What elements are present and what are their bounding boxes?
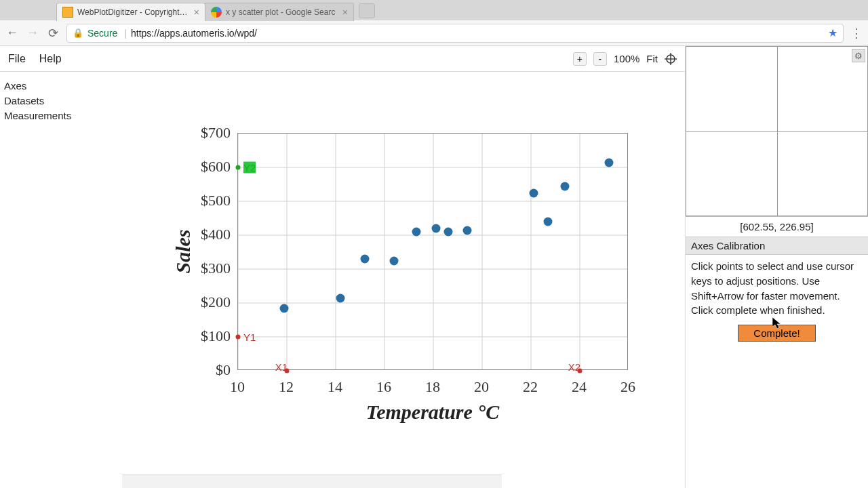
y-tick-label: $600 bbox=[129, 158, 231, 176]
x-tick-label: 26 bbox=[620, 378, 635, 396]
secure-label: Secure bbox=[87, 28, 117, 39]
calibration-label-y1: Y1 bbox=[243, 331, 256, 343]
zoom-percent: 100% bbox=[614, 53, 639, 64]
data-point bbox=[412, 228, 420, 237]
data-point bbox=[336, 293, 345, 302]
x-tick-label: 24 bbox=[572, 378, 587, 396]
y-tick-label: $100 bbox=[129, 327, 231, 345]
new-tab-button[interactable] bbox=[359, 3, 375, 18]
forward-button: → bbox=[26, 26, 39, 40]
y-tick-label: $0 bbox=[129, 361, 231, 379]
panel-instructions: Click points to select and use cursor ke… bbox=[686, 255, 868, 322]
address-bar[interactable]: 🔒 Secure | https://apps.automeris.io/wpd… bbox=[66, 24, 844, 43]
favicon-icon bbox=[211, 7, 222, 18]
calibration-label-x1: X1 bbox=[275, 361, 288, 373]
x-tick-label: 22 bbox=[523, 378, 538, 396]
data-point bbox=[443, 228, 452, 237]
data-point bbox=[280, 304, 289, 312]
data-point bbox=[561, 182, 570, 190]
menu-file[interactable]: File bbox=[8, 53, 26, 65]
y-tick-label: $700 bbox=[129, 124, 231, 142]
tab-label: WebPlotDigitizer - Copyright 2… bbox=[77, 7, 190, 17]
calibration-point-y1[interactable] bbox=[236, 335, 241, 340]
bookmark-star-icon[interactable]: ★ bbox=[828, 26, 837, 39]
x-tick-label: 18 bbox=[425, 378, 440, 396]
browser-tab-active[interactable]: WebPlotDigitizer - Copyright 2… × bbox=[56, 3, 205, 21]
tab-label: x y scatter plot - Google Searc bbox=[226, 7, 338, 17]
favicon-icon bbox=[62, 7, 73, 18]
browser-tabs: WebPlotDigitizer - Copyright 2… × x y sc… bbox=[0, 0, 868, 20]
gear-icon[interactable]: ⚙ bbox=[852, 49, 865, 62]
x-tick-label: 16 bbox=[376, 378, 391, 396]
browser-toolbar: ← → ⟳ 🔒 Secure | https://apps.automeris.… bbox=[0, 20, 868, 46]
x-tick-label: 10 bbox=[230, 378, 245, 396]
calibration-label-y2: Y2 bbox=[243, 162, 256, 174]
menu-help[interactable]: Help bbox=[39, 53, 62, 65]
y-tick-label: $400 bbox=[129, 226, 231, 243]
cursor-coordinates: [602.55, 226.95] bbox=[686, 217, 868, 237]
data-point bbox=[390, 256, 399, 265]
calibration-point-y2[interactable] bbox=[236, 165, 241, 170]
right-panel: ⚙ [602.55, 226.95] Axes Calibration Clic… bbox=[685, 46, 868, 488]
data-point bbox=[463, 226, 472, 235]
x-tick-label: 12 bbox=[279, 378, 294, 396]
app-menubar: File Help + - 100% Fit bbox=[0, 46, 685, 72]
zoom-in-button[interactable]: + bbox=[573, 52, 587, 66]
data-point bbox=[431, 224, 440, 233]
data-point bbox=[529, 188, 538, 197]
browser-tab[interactable]: x y scatter plot - Google Searc × bbox=[205, 3, 354, 21]
panel-header: Axes Calibration bbox=[686, 237, 868, 255]
y-tick-label: $200 bbox=[129, 293, 231, 311]
data-point bbox=[544, 218, 553, 226]
calibration-label-x2: X2 bbox=[568, 361, 580, 373]
back-button[interactable]: ← bbox=[5, 26, 19, 40]
crosshair-icon[interactable] bbox=[665, 53, 677, 65]
browser-menu-icon[interactable]: ⋮ bbox=[850, 26, 863, 41]
y-tick-label: $500 bbox=[129, 192, 231, 209]
zoom-out-button[interactable]: - bbox=[593, 52, 607, 66]
close-tab-icon[interactable]: × bbox=[342, 7, 348, 18]
complete-button[interactable]: Complete! bbox=[738, 325, 815, 342]
lock-icon: 🔒 bbox=[73, 28, 83, 38]
magnifier-view: ⚙ bbox=[686, 46, 868, 217]
url-text: https://apps.automeris.io/wpd/ bbox=[131, 28, 257, 39]
x-tick-label: 14 bbox=[328, 378, 342, 396]
data-point bbox=[605, 158, 614, 167]
y-tick-label: $300 bbox=[129, 260, 231, 277]
reload-button[interactable]: ⟳ bbox=[46, 26, 60, 41]
zoom-fit-button[interactable]: Fit bbox=[646, 53, 658, 64]
data-point bbox=[361, 255, 370, 264]
main-canvas[interactable]: X1X2Y1Y2 Sales Temperature °C $0$100$200… bbox=[0, 72, 685, 488]
macos-titlebar: WebPlotDigitizer - Copyright 2… × x y sc… bbox=[0, 0, 868, 20]
x-axis-label: Temperature °C bbox=[366, 401, 500, 424]
close-tab-icon[interactable]: × bbox=[194, 7, 199, 18]
footer-strip bbox=[122, 474, 502, 488]
x-tick-label: 20 bbox=[474, 378, 489, 396]
